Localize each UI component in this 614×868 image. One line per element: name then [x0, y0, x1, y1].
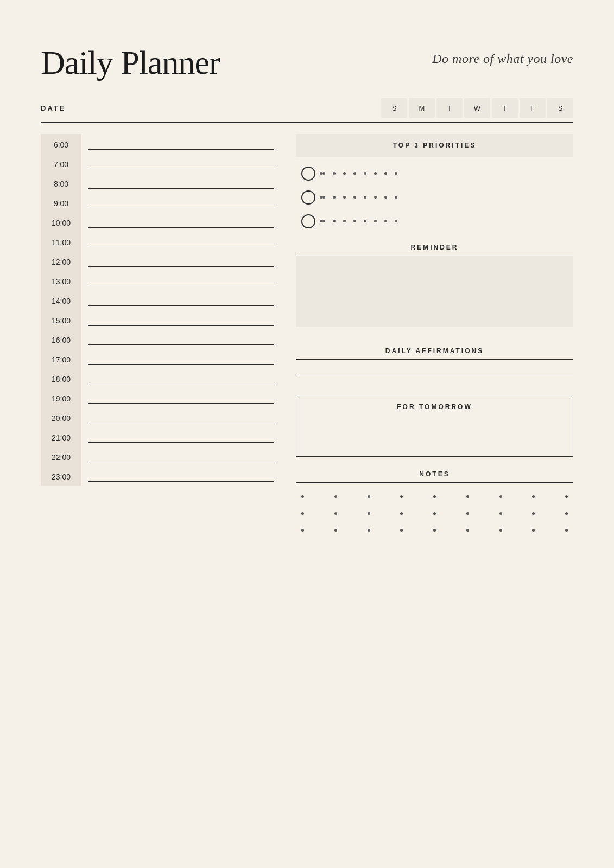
dot [353, 220, 356, 222]
header: Daily Planner Do more of what you love [41, 43, 573, 82]
time-line-2000 [88, 423, 274, 423]
time-label-1800: 18:00 [41, 368, 81, 388]
time-slot-600: 6:00 [41, 134, 274, 154]
notes-dot-row-2 [296, 512, 573, 515]
notes-section: NOTES [296, 470, 573, 546]
time-slot-2200: 22:00 [41, 446, 274, 466]
time-slot-1000: 10:00 [41, 212, 274, 232]
time-slot-700: 7:00 [41, 154, 274, 173]
schedule-column: 6:00 7:00 8:00 9:00 10:00 11:00 [41, 134, 274, 546]
dot [343, 196, 346, 199]
notes-dot [368, 512, 370, 515]
dot [333, 196, 336, 199]
header-divider [41, 122, 573, 123]
dot [333, 172, 336, 175]
dot [374, 196, 377, 199]
time-label-2100: 21:00 [41, 427, 81, 446]
priorities-header: TOP 3 PRIORITIES [296, 134, 573, 157]
dot [343, 220, 346, 222]
notes-dot [433, 512, 436, 515]
time-line-1700 [88, 364, 274, 365]
priority-item-1[interactable] [296, 167, 573, 181]
priority-circle-3[interactable] [301, 214, 315, 228]
time-label-1900: 19:00 [41, 388, 81, 407]
priority-item-3[interactable] [296, 214, 573, 228]
time-slot-2300: 23:00 [41, 466, 274, 486]
time-label-900: 9:00 [41, 193, 81, 212]
time-slot-1200: 12:00 [41, 251, 274, 271]
day-S2[interactable]: S [547, 98, 573, 118]
affirmation-line-1[interactable] [296, 359, 573, 360]
time-label-2300: 23:00 [41, 466, 81, 486]
for-tomorrow-label: FOR TOMORROW [296, 395, 573, 418]
notes-divider [296, 482, 573, 483]
time-label-1600: 16:00 [41, 329, 81, 349]
notes-dot [499, 512, 502, 515]
dot [384, 172, 387, 175]
priority-item-2[interactable] [296, 190, 573, 205]
days-row: S M T W T F S [379, 98, 573, 118]
dot [384, 196, 387, 199]
notes-dot [466, 495, 469, 498]
day-W[interactable]: W [464, 98, 490, 118]
planner-page: Daily Planner Do more of what you love D… [0, 0, 614, 868]
notes-dot [565, 512, 568, 515]
time-slot-1300: 13:00 [41, 271, 274, 290]
time-slot-1800: 18:00 [41, 368, 274, 388]
time-line-1500 [88, 325, 274, 326]
right-column: TOP 3 PRIORITIES [296, 134, 573, 546]
dot [322, 220, 325, 222]
time-line-1600 [88, 344, 274, 345]
time-line-700 [88, 169, 274, 169]
reminder-label: REMINDER [296, 244, 573, 251]
time-line-600 [88, 149, 274, 150]
time-slot-1700: 17:00 [41, 349, 274, 368]
day-T1[interactable]: T [436, 98, 463, 118]
priority-dots-1 [322, 172, 568, 175]
notes-dot [368, 495, 370, 498]
time-line-1400 [88, 305, 274, 306]
page-subtitle: Do more of what you love [432, 52, 573, 66]
time-label-800: 8:00 [41, 173, 81, 193]
time-slot-1400: 14:00 [41, 290, 274, 310]
notes-dot [532, 512, 535, 515]
priority-circle-2[interactable] [301, 190, 315, 205]
day-T2[interactable]: T [492, 98, 518, 118]
notes-dot [301, 495, 304, 498]
dot [353, 196, 356, 199]
for-tomorrow-box[interactable]: FOR TOMORROW [296, 395, 573, 457]
dot [364, 196, 366, 199]
notes-dot [433, 495, 436, 498]
dot [384, 220, 387, 222]
time-slot-1100: 11:00 [41, 232, 274, 251]
date-days-row: DATE S M T W T F S [41, 98, 573, 118]
priority-circle-1[interactable] [301, 167, 315, 181]
time-slot-1500: 15:00 [41, 310, 274, 329]
dot [395, 220, 397, 222]
day-S1[interactable]: S [381, 98, 407, 118]
time-line-1900 [88, 403, 274, 404]
affirmations-label: DAILY AFFIRMATIONS [296, 347, 573, 355]
for-tomorrow-content[interactable] [296, 418, 573, 456]
time-line-2300 [88, 481, 274, 482]
day-F[interactable]: F [520, 98, 546, 118]
time-slot-1600: 16:00 [41, 329, 274, 349]
time-slot-2000: 20:00 [41, 407, 274, 427]
day-M[interactable]: M [409, 98, 435, 118]
time-line-2200 [88, 462, 274, 462]
notes-dot [499, 529, 502, 532]
dot [395, 196, 397, 199]
notes-dot [532, 495, 535, 498]
dot [343, 172, 346, 175]
affirmation-line-2[interactable] [296, 375, 573, 375]
notes-dot [400, 512, 403, 515]
time-slot-1900: 19:00 [41, 388, 274, 407]
time-slot-2100: 21:00 [41, 427, 274, 446]
dot [374, 172, 377, 175]
notes-dot [301, 512, 304, 515]
time-label-600: 6:00 [41, 134, 81, 154]
notes-dot [334, 495, 337, 498]
notes-dot-row-3 [296, 529, 573, 532]
reminder-box[interactable] [296, 256, 573, 327]
time-line-1000 [88, 227, 274, 228]
